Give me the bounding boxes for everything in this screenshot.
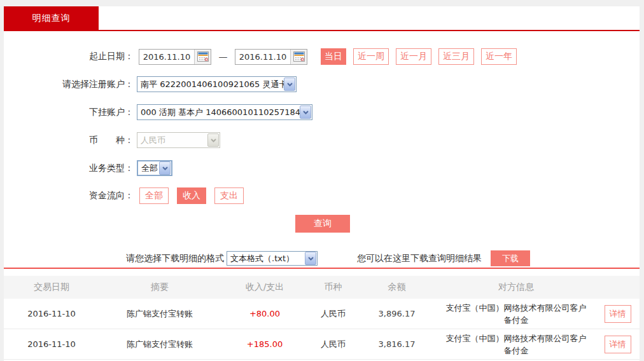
cell-summary: 陈广锦支付宝转账 bbox=[99, 308, 220, 320]
cell-counterparty: 支付宝（中国）网络技术有限公司客户备付金 bbox=[443, 332, 589, 357]
chevron-down-icon bbox=[284, 78, 295, 91]
cell-balance: 3,816.17 bbox=[357, 339, 437, 349]
currency-value: 人民币 bbox=[137, 135, 207, 146]
cell-date: 2016-11-10 bbox=[4, 309, 99, 318]
start-date-input[interactable] bbox=[139, 50, 194, 64]
business-type-value: 全部 bbox=[138, 163, 159, 174]
download-format-value: 文本格式（.txt） bbox=[227, 253, 305, 264]
tab-label: 明细查询 bbox=[32, 13, 71, 24]
chevron-down-icon bbox=[305, 252, 316, 265]
query-button[interactable]: 查询 bbox=[295, 215, 350, 233]
cell-currency: 人民币 bbox=[309, 308, 357, 320]
register-account-row: 请选择注册账户： 南平 6222001406100921065 灵通卡 bbox=[4, 76, 297, 92]
section-divider bbox=[4, 268, 640, 269]
download-format-select[interactable]: 文本格式（.txt） bbox=[227, 251, 318, 266]
cell-date: 2016-11-10 bbox=[4, 339, 99, 349]
header-balance: 余额 bbox=[357, 282, 437, 293]
date-range-label: 起止日期： bbox=[4, 51, 134, 62]
end-date-field bbox=[235, 49, 307, 65]
table-row: 2016-11-10 陈广锦支付宝转账 +185.00 人民币 3,816.17… bbox=[4, 329, 640, 360]
download-format-label: 请您选择下载明细的格式 bbox=[4, 253, 224, 264]
cell-balance: 3,896.17 bbox=[357, 309, 437, 318]
date-range-separator: — bbox=[211, 51, 235, 62]
end-date-input[interactable] bbox=[235, 50, 290, 64]
header-summary: 摘要 bbox=[99, 282, 220, 293]
sub-account-row: 下挂账户： 000 活期 基本户 1406600101102571848 bbox=[4, 104, 312, 120]
quick-range-month-button[interactable]: 近一月 bbox=[396, 48, 431, 65]
fund-flow-income-button[interactable]: 收入 bbox=[177, 187, 206, 204]
fund-flow-all-button[interactable]: 全部 bbox=[139, 187, 169, 204]
download-row: 请您选择下载明细的格式 文本格式（.txt） 您可以在这里下载查询明细结果 下载 bbox=[4, 250, 530, 266]
table-row: 2016-11-10 陈广锦支付宝转账 +80.00 人民币 3,896.17 … bbox=[4, 299, 640, 329]
cell-currency: 人民币 bbox=[309, 339, 357, 350]
main-panel: 明细查询 起止日期： — bbox=[4, 6, 640, 361]
detail-button[interactable]: 详情 bbox=[605, 305, 631, 323]
chevron-down-icon bbox=[159, 161, 171, 175]
cell-counterparty: 支付宝（中国）网络技术有限公司客户备付金 bbox=[443, 302, 589, 326]
sub-account-value: 000 活期 基本户 1406600101102571848 bbox=[137, 107, 300, 118]
transactions-table: 交易日期 摘要 收入/支出 币种 余额 对方信息 2016-11-10 陈广锦支… bbox=[4, 276, 640, 360]
start-date-field bbox=[139, 49, 211, 65]
sub-account-select[interactable]: 000 活期 基本户 1406600101102571848 bbox=[137, 104, 312, 120]
chevron-down-icon bbox=[300, 106, 311, 119]
calendar-icon bbox=[197, 51, 209, 62]
register-account-label: 请选择注册账户： bbox=[4, 79, 134, 90]
download-button[interactable]: 下载 bbox=[491, 250, 530, 266]
table-header-row: 交易日期 摘要 收入/支出 币种 余额 对方信息 bbox=[4, 276, 640, 299]
tab-detail-query[interactable]: 明细查询 bbox=[4, 6, 99, 30]
cell-amount: +80.00 bbox=[220, 309, 309, 318]
header-counterparty: 对方信息 bbox=[437, 282, 596, 293]
fund-flow-label: 资金流向： bbox=[4, 190, 134, 201]
fund-flow-row: 资金流向： 全部 收入 支出 bbox=[4, 187, 252, 204]
quick-range-today-button[interactable]: 当日 bbox=[321, 48, 346, 65]
start-date-calendar-button[interactable] bbox=[194, 50, 211, 64]
register-account-value: 南平 6222001406100921065 灵通卡 bbox=[137, 79, 284, 90]
calendar-icon bbox=[293, 51, 305, 62]
fund-flow-expense-button[interactable]: 支出 bbox=[214, 187, 244, 204]
header-date: 交易日期 bbox=[4, 282, 99, 293]
currency-label: 币 种： bbox=[4, 135, 134, 146]
quick-range-year-button[interactable]: 近一年 bbox=[481, 48, 517, 65]
business-type-row: 业务类型： 全部 bbox=[4, 160, 172, 176]
header-currency: 币种 bbox=[309, 282, 357, 293]
business-type-select[interactable]: 全部 bbox=[137, 160, 172, 176]
cell-amount: +185.00 bbox=[220, 339, 309, 349]
date-range-row: 起止日期： — bbox=[4, 48, 517, 65]
quick-range-quarter-button[interactable]: 近三月 bbox=[438, 48, 474, 65]
currency-row: 币 种： 人民币 bbox=[4, 132, 220, 148]
quick-range-week-button[interactable]: 近一周 bbox=[353, 48, 389, 65]
business-type-label: 业务类型： bbox=[4, 163, 134, 174]
cell-summary: 陈广锦支付宝转账 bbox=[99, 339, 220, 350]
end-date-calendar-button[interactable] bbox=[290, 50, 307, 64]
currency-select: 人民币 bbox=[137, 132, 220, 148]
download-hint-text: 您可以在这里下载查询明细结果 bbox=[357, 253, 482, 264]
detail-button[interactable]: 详情 bbox=[605, 336, 631, 353]
register-account-select[interactable]: 南平 6222001406100921065 灵通卡 bbox=[137, 76, 297, 92]
chevron-down-icon bbox=[207, 133, 219, 147]
sub-account-label: 下挂账户： bbox=[4, 107, 134, 118]
tab-underline bbox=[4, 30, 640, 31]
header-amount: 收入/支出 bbox=[220, 282, 309, 293]
